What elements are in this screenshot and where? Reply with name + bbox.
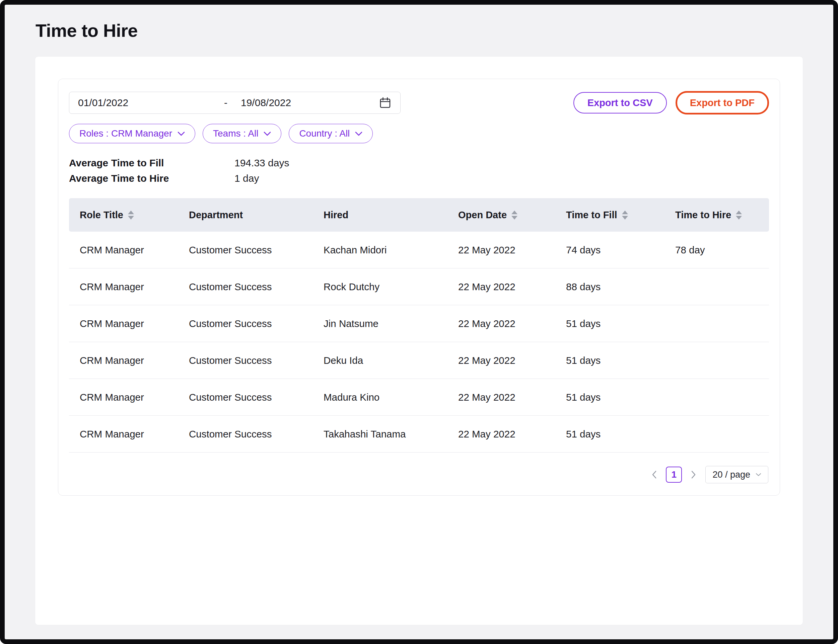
app-window: Time to Hire 01/01/2022 - 19/08/2022 xyxy=(0,0,838,644)
column-header-time-to-hire[interactable]: Time to Hire xyxy=(675,210,758,220)
table-cell: Takahashi Tanama xyxy=(324,429,458,440)
table-cell: 22 May 2022 xyxy=(458,429,566,440)
sort-icon xyxy=(736,210,742,220)
chevron-down-icon xyxy=(355,131,362,136)
chevron-down-icon xyxy=(263,131,271,136)
sort-icon xyxy=(512,210,517,220)
date-range-start: 01/01/2022 xyxy=(78,97,224,108)
table-cell: CRM Manager xyxy=(80,355,189,366)
table-body: CRM ManagerCustomer SuccessKachan Midori… xyxy=(69,232,769,453)
stat-value: 194.33 days xyxy=(234,155,769,171)
column-label: Open Date xyxy=(458,210,507,220)
column-header-role-title[interactable]: Role Title xyxy=(80,210,189,220)
filter-teams[interactable]: Teams : All xyxy=(203,124,282,143)
table-cell: 51 days xyxy=(566,355,675,366)
page-title: Time to Hire xyxy=(36,20,833,41)
table-cell: 22 May 2022 xyxy=(458,281,566,292)
filter-roles-label: Roles : CRM Manager xyxy=(79,128,172,139)
column-label: Role Title xyxy=(80,210,123,220)
table-row: CRM ManagerCustomer SuccessTakahashi Tan… xyxy=(69,416,769,453)
table-cell: Customer Success xyxy=(189,281,324,292)
table-cell: Jin Natsume xyxy=(324,318,458,329)
chevron-down-icon xyxy=(756,473,761,476)
filter-teams-label: Teams : All xyxy=(213,128,258,139)
table-cell: 22 May 2022 xyxy=(458,392,566,403)
export-csv-button[interactable]: Export to CSV xyxy=(573,92,667,113)
table-cell: Customer Success xyxy=(189,318,324,329)
summary-stats: Average Time to Fill 194.33 days Average… xyxy=(69,155,769,186)
next-page-button[interactable] xyxy=(689,467,699,482)
table-cell: Madura Kino xyxy=(324,392,458,403)
table-cell: CRM Manager xyxy=(80,392,189,403)
filter-country[interactable]: Country : All xyxy=(289,124,373,143)
table-cell: CRM Manager xyxy=(80,281,189,292)
column-label: Hired xyxy=(324,210,348,220)
filter-country-label: Country : All xyxy=(299,128,350,139)
sort-icon xyxy=(128,210,134,220)
column-label: Time to Fill xyxy=(566,210,617,220)
date-range-end: 19/08/2022 xyxy=(241,97,291,108)
table-cell: 78 day xyxy=(675,244,758,256)
stat-label: Average Time to Hire xyxy=(69,171,234,186)
table-cell: Customer Success xyxy=(189,429,324,440)
table-row: CRM ManagerCustomer SuccessRock Dutchy22… xyxy=(69,268,769,305)
table-cell: 51 days xyxy=(566,392,675,403)
results-table: Role Title Department Hired Open Date xyxy=(69,198,769,453)
table-cell: Deku Ida xyxy=(324,355,458,366)
table-cell: CRM Manager xyxy=(80,244,189,256)
table-cell: 22 May 2022 xyxy=(458,355,566,366)
stat-average-time-to-hire: Average Time to Hire 1 day xyxy=(69,171,769,186)
previous-page-button[interactable] xyxy=(649,467,659,482)
page-size-select[interactable]: 20 / page xyxy=(705,466,768,483)
table-cell: Customer Success xyxy=(189,244,324,256)
chevron-down-icon xyxy=(178,131,185,136)
filter-roles[interactable]: Roles : CRM Manager xyxy=(69,124,195,143)
pagination: 1 20 / page xyxy=(69,466,769,483)
table-cell: 22 May 2022 xyxy=(458,244,566,256)
stat-label: Average Time to Fill xyxy=(69,155,234,171)
table-cell: Rock Dutchy xyxy=(324,281,458,292)
page-size-label: 20 / page xyxy=(713,470,750,480)
column-label: Department xyxy=(189,210,243,220)
stat-value: 1 day xyxy=(234,171,769,186)
table-header: Role Title Department Hired Open Date xyxy=(69,198,769,232)
calendar-icon[interactable] xyxy=(379,96,392,109)
column-header-department: Department xyxy=(189,210,324,220)
report-panel: 01/01/2022 - 19/08/2022 Export to CSV xyxy=(58,79,780,496)
table-cell: Customer Success xyxy=(189,392,324,403)
sort-icon xyxy=(622,210,628,220)
column-header-open-date[interactable]: Open Date xyxy=(458,210,566,220)
table-row: CRM ManagerCustomer SuccessDeku Ida22 Ma… xyxy=(69,342,769,379)
table-row: CRM ManagerCustomer SuccessJin Natsume22… xyxy=(69,305,769,342)
table-cell: 51 days xyxy=(566,318,675,329)
filters: Roles : CRM Manager Teams : All Country … xyxy=(69,124,769,143)
table-cell: CRM Manager xyxy=(80,429,189,440)
table-cell: 88 days xyxy=(566,281,675,292)
table-cell: Customer Success xyxy=(189,355,324,366)
column-header-hired: Hired xyxy=(324,210,458,220)
column-label: Time to Hire xyxy=(675,210,731,220)
export-pdf-button[interactable]: Export to PDF xyxy=(675,91,769,115)
report-card: 01/01/2022 - 19/08/2022 Export to CSV xyxy=(35,56,803,625)
table-cell: CRM Manager xyxy=(80,318,189,329)
column-header-time-to-fill[interactable]: Time to Fill xyxy=(566,210,675,220)
stat-average-time-to-fill: Average Time to Fill 194.33 days xyxy=(69,155,769,171)
table-cell: Kachan Midori xyxy=(324,244,458,256)
table-row: CRM ManagerCustomer SuccessKachan Midori… xyxy=(69,232,769,268)
table-row: CRM ManagerCustomer SuccessMadura Kino22… xyxy=(69,379,769,416)
table-cell: 51 days xyxy=(566,429,675,440)
date-range-input[interactable]: 01/01/2022 - 19/08/2022 xyxy=(69,92,400,114)
date-range-separator: - xyxy=(224,97,227,108)
page-number-button[interactable]: 1 xyxy=(666,467,682,483)
toolbar: 01/01/2022 - 19/08/2022 Export to CSV xyxy=(69,91,769,115)
table-cell: 74 days xyxy=(566,244,675,256)
table-cell: 22 May 2022 xyxy=(458,318,566,329)
